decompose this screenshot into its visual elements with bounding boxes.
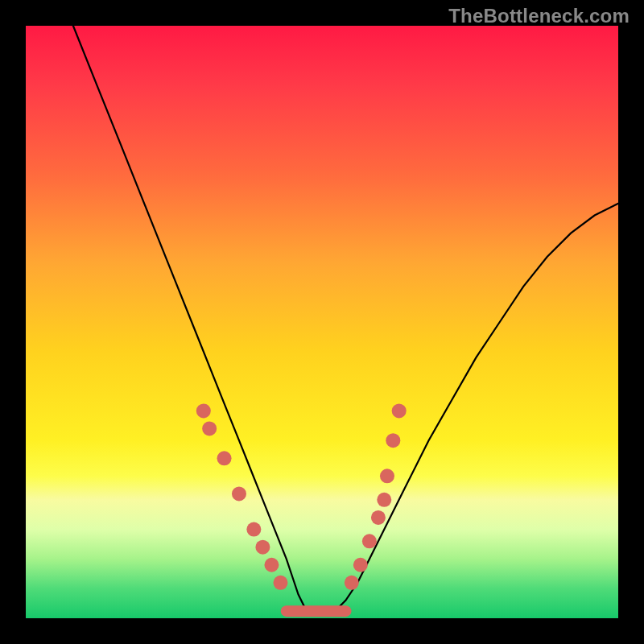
data-marker <box>386 433 400 448</box>
data-marker <box>217 451 232 465</box>
bottleneck-curve <box>73 26 618 615</box>
data-marker <box>353 558 368 572</box>
data-marker <box>255 540 270 555</box>
markers-left <box>196 403 288 589</box>
data-marker <box>380 469 394 483</box>
markers-right <box>345 403 407 589</box>
data-marker <box>392 403 407 418</box>
data-marker <box>345 576 359 590</box>
chart-svg <box>26 26 618 618</box>
data-marker <box>246 522 261 537</box>
data-marker <box>273 576 287 590</box>
data-marker <box>362 534 377 548</box>
watermark-text: TheBottleneck.com <box>448 5 630 27</box>
data-marker <box>202 421 217 436</box>
chart-stage: TheBottleneck.com <box>0 0 644 644</box>
data-marker <box>371 510 386 525</box>
data-marker <box>264 558 279 572</box>
data-marker <box>232 486 246 501</box>
plot-area <box>26 26 618 618</box>
data-marker <box>377 493 391 507</box>
data-marker <box>196 403 211 418</box>
